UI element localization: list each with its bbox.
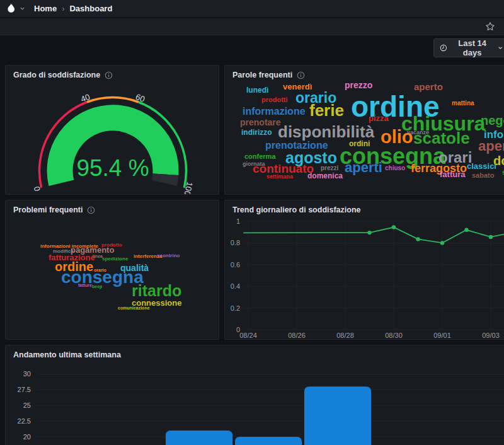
- cloud-word[interactable]: mattina: [452, 100, 474, 107]
- svg-text:0.4: 0.4: [231, 282, 240, 290]
- dashboard-actions-bar: [0, 18, 504, 35]
- svg-text:20: 20: [23, 433, 31, 441]
- svg-text:08/26: 08/26: [288, 332, 306, 339]
- cloud-word[interactable]: apertura: [478, 139, 504, 153]
- clock-icon: [440, 43, 447, 52]
- nav-menu-button[interactable]: [5, 3, 25, 14]
- cloud-word[interactable]: prezzo: [345, 81, 372, 90]
- svg-text:22.5: 22.5: [18, 417, 31, 425]
- breadcrumb-dashboard[interactable]: Dashboard: [69, 4, 112, 13]
- panel-parole-frequenti: Parole frequenti lunedìvenerdìprezzoaper…: [224, 65, 504, 195]
- cloud-word[interactable]: indirizzo: [241, 129, 272, 136]
- svg-text:27.5: 27.5: [18, 386, 31, 393]
- cloud-word[interactable]: ritardo: [132, 283, 181, 299]
- panel-trend: Trend giornaliero di soddisfazione 00.20…: [224, 200, 504, 340]
- svg-text:25: 25: [23, 402, 31, 409]
- cloud-word[interactable]: aperti: [345, 161, 382, 175]
- cloud-word[interactable]: prezzi: [321, 165, 338, 171]
- panel-week: Andamento ultima settimana 2022.52527.53…: [5, 345, 504, 445]
- cloud-word[interactable]: beep: [92, 284, 102, 289]
- breadcrumb-home[interactable]: Home: [34, 4, 57, 13]
- wordcloud-parole: lunedìvenerdìprezzoapertoprodottiorarioo…: [225, 66, 504, 194]
- time-range-picker[interactable]: Last 14 days: [433, 38, 504, 57]
- svg-text:08/30: 08/30: [385, 332, 403, 339]
- info-icon[interactable]: [105, 71, 113, 79]
- week-bar-chart[interactable]: 2022.52527.530: [6, 345, 504, 445]
- svg-text:09/03: 09/03: [482, 332, 500, 339]
- grafana-logo-icon: [5, 3, 17, 14]
- cloud-word[interactable]: prodotti: [261, 96, 288, 103]
- svg-text:0.8: 0.8: [231, 239, 240, 246]
- svg-text:08/28: 08/28: [336, 332, 354, 339]
- svg-text:09/01: 09/01: [433, 332, 451, 339]
- svg-text:30: 30: [23, 370, 31, 378]
- cloud-word[interactable]: scontrino: [157, 253, 180, 258]
- trend-line-chart[interactable]: 00.20.40.60.8108/2408/2608/2808/3009/010…: [225, 200, 504, 339]
- wordcloud-problemi: informazioni incompleteprodottomodificap…: [6, 200, 219, 339]
- time-range-label: Last 14 days: [452, 38, 493, 57]
- cloud-word[interactable]: disponibilità: [278, 124, 374, 140]
- svg-text:08/24: 08/24: [239, 332, 257, 339]
- panel-gauge: Grado di soddisfazione 0406010095.4 %: [5, 65, 219, 195]
- cloud-word[interactable]: lunedì: [246, 86, 268, 94]
- grafana-dashboard: Home › Dashboard Last 14 days Grado di s…: [0, 0, 504, 445]
- cloud-word[interactable]: settimana: [266, 174, 293, 180]
- chevron-right-icon: ›: [62, 4, 64, 13]
- cloud-word[interactable]: ferie: [309, 102, 344, 118]
- breadcrumb: Home › Dashboard: [34, 4, 112, 13]
- panel-title[interactable]: Grado di soddisfazione: [13, 71, 100, 79]
- chevron-down-icon: [498, 45, 503, 51]
- cloud-word[interactable]: fattura: [440, 170, 465, 178]
- favorite-star-button[interactable]: [484, 20, 496, 33]
- svg-text:0.2: 0.2: [231, 304, 240, 312]
- cloud-word[interactable]: conferma: [244, 153, 276, 160]
- svg-text:0.6: 0.6: [231, 261, 240, 269]
- top-navbar: Home › Dashboard: [0, 0, 504, 18]
- cloud-word[interactable]: fatture: [78, 283, 92, 287]
- cloud-word[interactable]: prenotare: [240, 118, 281, 127]
- cloud-word[interactable]: comunicazione: [118, 306, 150, 310]
- cloud-word[interactable]: pizza: [369, 114, 389, 122]
- gauge-chart[interactable]: 0406010095.4 %: [6, 82, 219, 194]
- cloud-word[interactable]: domenica: [307, 172, 343, 180]
- panel-problemi-frequenti: Problemi frequenti informazioni incomple…: [5, 200, 219, 340]
- cloud-word[interactable]: classici: [467, 162, 496, 170]
- svg-text:95.4 %: 95.4 %: [76, 155, 149, 181]
- cloud-word[interactable]: spedizione: [102, 257, 128, 262]
- cloud-word[interactable]: chiuso: [385, 165, 405, 171]
- svg-text:1: 1: [236, 217, 240, 225]
- star-icon: [485, 21, 495, 32]
- svg-text:0: 0: [32, 185, 42, 192]
- cloud-word[interactable]: sabato: [472, 172, 494, 179]
- cloud-word[interactable]: informazione: [243, 107, 306, 117]
- cloud-word[interactable]: negozio: [481, 114, 504, 127]
- chevron-down-icon: [20, 6, 25, 11]
